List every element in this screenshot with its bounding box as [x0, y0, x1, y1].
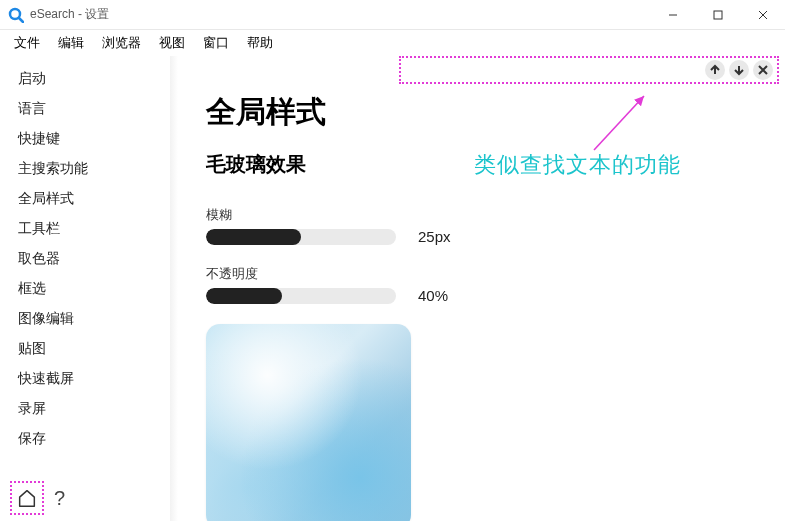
- opacity-slider[interactable]: [206, 288, 396, 304]
- svg-line-1: [19, 18, 23, 22]
- search-box[interactable]: [399, 56, 779, 84]
- menubar: 文件 编辑 浏览器 视图 窗口 帮助: [0, 30, 785, 56]
- sidebar-item-pin[interactable]: 贴图: [0, 334, 170, 364]
- blur-value: 25px: [418, 228, 451, 245]
- annotation-text: 类似查找文本的功能: [474, 150, 681, 180]
- sidebar-item-shortcuts[interactable]: 快捷键: [0, 124, 170, 154]
- sidebar-item-save[interactable]: 保存: [0, 424, 170, 454]
- close-button[interactable]: [740, 0, 785, 29]
- blur-slider[interactable]: [206, 229, 396, 245]
- sidebar: 启动 语言 快捷键 主搜索功能 全局样式 工具栏 取色器 框选 图像编辑 贴图 …: [0, 56, 170, 521]
- sidebar-item-color-picker[interactable]: 取色器: [0, 244, 170, 274]
- arrow-down-icon: [733, 64, 745, 76]
- home-icon: [16, 487, 38, 509]
- svg-rect-3: [714, 11, 722, 19]
- menu-file[interactable]: 文件: [6, 32, 48, 54]
- sidebar-item-language[interactable]: 语言: [0, 94, 170, 124]
- content: 类似查找文本的功能 全局样式 毛玻璃效果 模糊 25px 不透明度 40%: [188, 56, 785, 521]
- sidebar-separator: [170, 56, 178, 521]
- titlebar: eSearch - 设置: [0, 0, 785, 30]
- search-close-button[interactable]: [753, 60, 773, 80]
- slider-fill: [206, 288, 282, 304]
- blur-label: 模糊: [206, 206, 765, 224]
- page-title: 全局样式: [206, 92, 765, 133]
- sidebar-item-record[interactable]: 录屏: [0, 394, 170, 424]
- sidebar-item-selection[interactable]: 框选: [0, 274, 170, 304]
- sidebar-item-main-search[interactable]: 主搜索功能: [0, 154, 170, 184]
- search-prev-button[interactable]: [705, 60, 725, 80]
- menu-view[interactable]: 视图: [151, 32, 193, 54]
- window-title: eSearch - 设置: [30, 6, 650, 23]
- sidebar-list: 启动 语言 快捷键 主搜索功能 全局样式 工具栏 取色器 框选 图像编辑 贴图 …: [0, 64, 170, 475]
- blur-slider-block: 模糊 25px: [206, 206, 765, 245]
- preview-box: [206, 324, 411, 521]
- sidebar-item-toolbar[interactable]: 工具栏: [0, 214, 170, 244]
- sidebar-item-global-style[interactable]: 全局样式: [0, 184, 170, 214]
- close-icon: [757, 64, 769, 76]
- menu-edit[interactable]: 编辑: [50, 32, 92, 54]
- menu-browser[interactable]: 浏览器: [94, 32, 149, 54]
- app-icon: [8, 7, 24, 23]
- sidebar-bottom: ?: [0, 475, 170, 521]
- minimize-button[interactable]: [650, 0, 695, 29]
- search-next-button[interactable]: [729, 60, 749, 80]
- sidebar-item-quick-screenshot[interactable]: 快速截屏: [0, 364, 170, 394]
- menu-help[interactable]: 帮助: [239, 32, 281, 54]
- opacity-value: 40%: [418, 287, 448, 304]
- opacity-label: 不透明度: [206, 265, 765, 283]
- sidebar-item-image-edit[interactable]: 图像编辑: [0, 304, 170, 334]
- menu-window[interactable]: 窗口: [195, 32, 237, 54]
- window-controls: [650, 0, 785, 29]
- sidebar-item-startup[interactable]: 启动: [0, 64, 170, 94]
- help-button[interactable]: ?: [50, 487, 69, 510]
- opacity-slider-block: 不透明度 40%: [206, 265, 765, 304]
- maximize-button[interactable]: [695, 0, 740, 29]
- home-button[interactable]: [10, 481, 44, 515]
- arrow-up-icon: [709, 64, 721, 76]
- slider-fill: [206, 229, 301, 245]
- body: 启动 语言 快捷键 主搜索功能 全局样式 工具栏 取色器 框选 图像编辑 贴图 …: [0, 56, 785, 521]
